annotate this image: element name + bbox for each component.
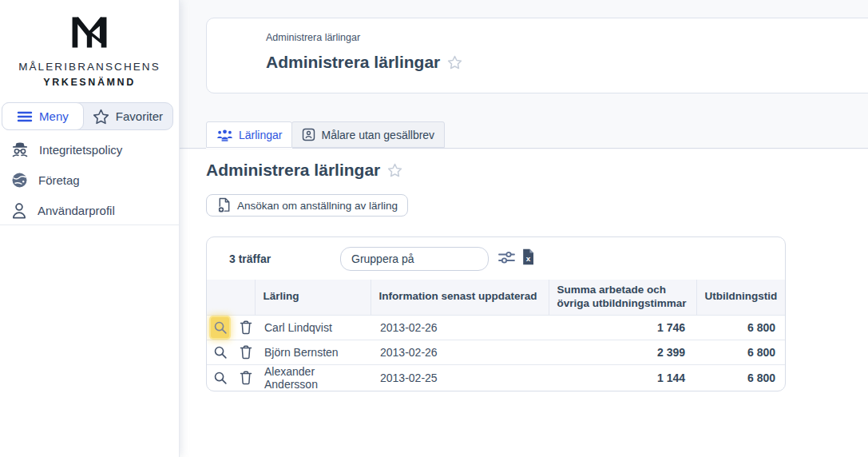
cell-hours: 1 144 xyxy=(549,364,696,391)
tab-larlingar[interactable]: Lärlingar xyxy=(206,121,292,148)
breadcrumb: Administrera lärlingar xyxy=(266,32,868,43)
cell-name: Alexander Andersson xyxy=(255,364,371,391)
view-row-button[interactable] xyxy=(211,342,229,363)
results-count: 3 träffar xyxy=(229,252,271,265)
delete-row-button[interactable] xyxy=(236,368,255,388)
magnifier-icon xyxy=(213,371,228,385)
column-header-training-time: Utbildningstid xyxy=(696,280,786,315)
export-excel-icon[interactable]: x xyxy=(521,248,535,265)
cell-name: Carl Lindqvist xyxy=(255,315,371,340)
page-header-card: Administrera lärlingar Administrera lärl… xyxy=(206,18,868,93)
brand-name-line2: YRKESNÄMND xyxy=(0,77,179,88)
view-row-button[interactable] xyxy=(211,368,229,388)
menu-button[interactable]: Meny xyxy=(2,102,84,130)
trash-icon xyxy=(240,371,252,385)
column-header-hours: Summa arbetade och övriga utbildningstim… xyxy=(549,280,696,315)
sidebar-item-foretag[interactable]: Företag xyxy=(0,165,179,195)
cell-training-time: 6 800 xyxy=(696,364,786,391)
user-icon xyxy=(11,202,27,219)
favorite-star-icon[interactable] xyxy=(447,55,462,70)
sidebar-item-label: Integritetspolicy xyxy=(39,143,122,157)
delete-row-button[interactable] xyxy=(236,317,255,338)
sidebar-segmented-control: Meny Favoriter xyxy=(2,102,173,130)
incognito-icon xyxy=(11,141,29,157)
mn-logo-icon xyxy=(71,10,108,54)
table-header-row: Lärling Information senast uppdaterad Su… xyxy=(207,280,786,315)
document-plus-icon xyxy=(216,197,232,213)
sidebar-item-label: Användarprofil xyxy=(38,204,115,217)
filter-sliders-icon[interactable] xyxy=(497,250,516,265)
column-header-name: Lärling xyxy=(255,280,371,315)
tab-bar: Lärlingar Målare utan gesällbrev xyxy=(180,121,868,149)
menu-button-label: Meny xyxy=(39,109,69,123)
page-title: Administrera lärlingar xyxy=(266,53,440,72)
results-toolbar: 3 träffar x xyxy=(207,237,785,280)
view-row-button[interactable] xyxy=(211,317,229,338)
magnifier-icon xyxy=(213,345,228,360)
cell-hours: 2 399 xyxy=(549,340,696,364)
tab-panel: Administrera lärlingar Ansökan om anstäl… xyxy=(180,149,868,457)
results-card: 3 träffar x xyxy=(206,236,786,391)
trash-icon xyxy=(240,320,252,335)
globe-icon xyxy=(11,172,28,189)
trash-icon xyxy=(240,345,252,360)
table-row: Björn Bernsten 2013-02-26 2 399 6 800 xyxy=(207,340,786,364)
cell-training-time: 6 800 xyxy=(696,340,786,364)
tab-malare-utan-gesallbrev[interactable]: Målare utan gesällbrev xyxy=(291,121,445,148)
badge-icon xyxy=(302,128,315,141)
table-row: Carl Lindqvist 2013-02-26 1 746 6 800 xyxy=(207,315,786,340)
magnifier-icon xyxy=(213,320,228,335)
sidebar-item-integritetspolicy[interactable]: Integritetspolicy xyxy=(0,134,179,165)
cell-name: Björn Bernsten xyxy=(255,340,371,364)
favorites-button[interactable]: Favoriter xyxy=(83,103,172,129)
delete-row-button[interactable] xyxy=(236,342,255,363)
cell-updated: 2013-02-26 xyxy=(371,340,549,364)
section-heading: Administrera lärlingar xyxy=(206,161,380,180)
column-header-updated: Information senast uppdaterad xyxy=(371,280,549,315)
group-by-input[interactable] xyxy=(340,247,489,271)
column-header-actions xyxy=(207,280,255,315)
new-application-button-label: Ansökan om anställning av lärling xyxy=(237,200,398,212)
tab-label: Målare utan gesällbrev xyxy=(321,129,434,141)
hamburger-icon xyxy=(17,110,33,123)
cell-hours: 1 746 xyxy=(549,315,696,340)
cell-updated: 2013-02-25 xyxy=(371,364,549,391)
cell-updated: 2013-02-26 xyxy=(371,315,549,340)
main-area: Administrera lärlingar Administrera lärl… xyxy=(180,0,868,457)
favorites-button-label: Favoriter xyxy=(116,109,163,123)
sidebar-menu: Integritetspolicy Företag Användarprofil xyxy=(0,134,179,225)
sidebar-item-label: Företag xyxy=(38,173,80,187)
sidebar-item-anvandarprofil[interactable]: Användarprofil xyxy=(0,195,179,225)
svg-text:x: x xyxy=(526,254,531,263)
sidebar-divider xyxy=(0,225,179,225)
apprentices-table: Lärling Information senast uppdaterad Su… xyxy=(207,280,786,391)
favorite-star-icon[interactable] xyxy=(387,163,402,177)
cell-training-time: 6 800 xyxy=(696,315,786,340)
table-row: Alexander Andersson 2013-02-25 1 144 6 8… xyxy=(207,364,786,391)
sidebar: MÅLERIBRANSCHENS YRKESNÄMND Meny Favorit… xyxy=(0,0,180,457)
star-icon xyxy=(93,109,109,125)
brand-logo: MÅLERIBRANSCHENS YRKESNÄMND xyxy=(0,0,179,88)
brand-name-line1: MÅLERIBRANSCHENS xyxy=(0,61,179,73)
users-icon xyxy=(216,129,233,141)
new-application-button[interactable]: Ansökan om anställning av lärling xyxy=(206,194,408,217)
tab-label: Lärlingar xyxy=(239,129,282,141)
